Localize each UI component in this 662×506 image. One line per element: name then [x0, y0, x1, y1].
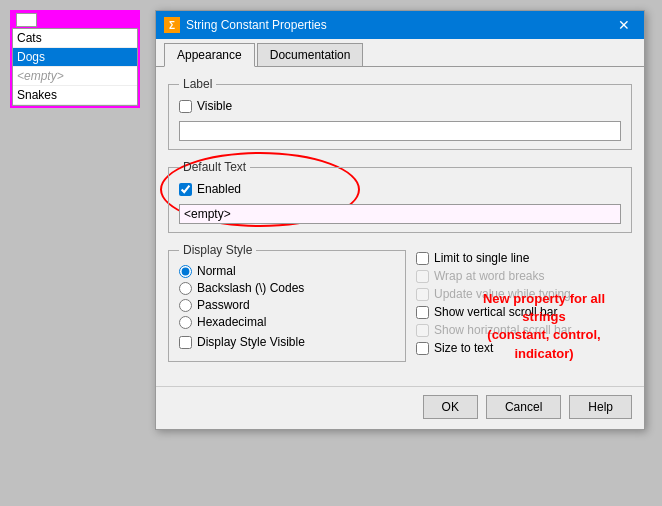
radio-options: NormalBackslash (\) CodesPasswordHexadec… — [179, 264, 395, 329]
right-option-label-0: Limit to single line — [434, 251, 529, 265]
list-items: CatsDogs<empty>Snakes — [12, 28, 138, 106]
default-text-group: Default Text Enabled — [168, 160, 632, 233]
tabs-container: AppearanceDocumentation — [156, 39, 644, 67]
visible-checkbox[interactable] — [179, 100, 192, 113]
right-checkbox-1 — [416, 270, 429, 283]
right-option-label-1: Wrap at word breaks — [434, 269, 545, 283]
tab-appearance[interactable]: Appearance — [164, 43, 255, 67]
right-checkbox-4 — [416, 324, 429, 337]
annotation-line1: New property for all strings — [483, 291, 605, 324]
radio-3[interactable] — [179, 316, 192, 329]
display-style-legend: Display Style — [179, 243, 256, 257]
cancel-button[interactable]: Cancel — [486, 395, 561, 419]
radio-label-1: Backslash (\) Codes — [197, 281, 304, 295]
right-checkbox-3[interactable] — [416, 306, 429, 319]
visible-label: Visible — [197, 99, 232, 113]
radio-row-0: Normal — [179, 264, 395, 278]
radio-label-3: Hexadecimal — [197, 315, 266, 329]
list-item[interactable]: Dogs — [13, 48, 137, 67]
right-option-row-0: Limit to single line — [416, 251, 632, 265]
label-legend: Label — [179, 77, 216, 91]
list-header: =0 — [12, 12, 138, 28]
display-style-group: Display Style NormalBackslash (\) CodesP… — [168, 243, 406, 362]
help-button[interactable]: Help — [569, 395, 632, 419]
label-group: Label Visible — [168, 77, 632, 150]
display-style-visible-row: Display Style Visible — [179, 335, 395, 349]
dialog-buttons: OK Cancel Help — [156, 386, 644, 429]
dialog-content: Label Visible Default Text Enabled New p… — [156, 67, 644, 382]
dialog: Σ String Constant Properties ✕ Appearanc… — [155, 10, 645, 430]
visible-checkbox-row: Visible — [179, 99, 621, 113]
radio-row-1: Backslash (\) Codes — [179, 281, 395, 295]
list-panel: =0 CatsDogs<empty>Snakes — [10, 10, 140, 108]
enabled-checkbox-row: Enabled — [179, 182, 621, 196]
ok-button[interactable]: OK — [423, 395, 478, 419]
label-text-input[interactable] — [179, 121, 621, 141]
right-checkbox-0[interactable] — [416, 252, 429, 265]
dialog-title-text: String Constant Properties — [186, 18, 327, 32]
annotation-line2: (constant, control, indicator) — [487, 327, 600, 360]
annotation-text: New property for all strings (constant, … — [464, 290, 624, 363]
right-checkbox-5[interactable] — [416, 342, 429, 355]
right-option-row-1: Wrap at word breaks — [416, 269, 632, 283]
radio-label-2: Password — [197, 298, 250, 312]
tab-documentation[interactable]: Documentation — [257, 43, 364, 66]
dialog-icon: Σ — [164, 17, 180, 33]
list-item[interactable]: Cats — [13, 29, 137, 48]
enabled-checkbox[interactable] — [179, 183, 192, 196]
radio-row-2: Password — [179, 298, 395, 312]
dialog-title: Σ String Constant Properties — [164, 17, 327, 33]
radio-label-0: Normal — [197, 264, 236, 278]
list-item[interactable]: <empty> — [13, 67, 137, 86]
right-checkbox-2 — [416, 288, 429, 301]
radio-0[interactable] — [179, 265, 192, 278]
close-button[interactable]: ✕ — [612, 16, 636, 34]
dialog-titlebar: Σ String Constant Properties ✕ — [156, 11, 644, 39]
index-badge: =0 — [16, 13, 37, 27]
radio-row-3: Hexadecimal — [179, 315, 395, 329]
radio-2[interactable] — [179, 299, 192, 312]
default-text-input[interactable] — [179, 204, 621, 224]
display-style-visible-label: Display Style Visible — [197, 335, 305, 349]
list-item[interactable]: Snakes — [13, 86, 137, 105]
enabled-label: Enabled — [197, 182, 241, 196]
default-text-legend: Default Text — [179, 160, 250, 174]
radio-1[interactable] — [179, 282, 192, 295]
display-style-visible-checkbox[interactable] — [179, 336, 192, 349]
